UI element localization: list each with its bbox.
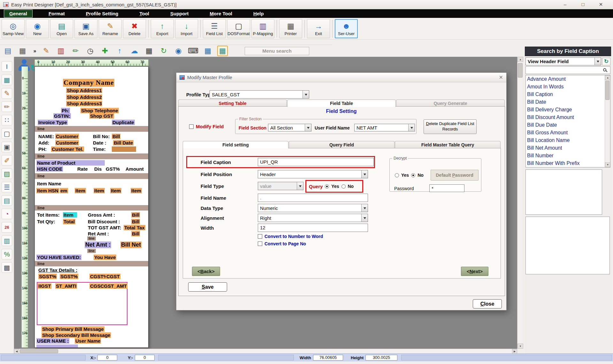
design-element[interactable]: Customer [55, 140, 79, 145]
dots-tool-icon[interactable]: ∷ [2, 115, 12, 125]
user-field-name-select[interactable]: NET AMT [354, 124, 415, 131]
design-element[interactable]: Bill [131, 212, 140, 218]
width-input[interactable]: 12 [258, 224, 368, 232]
next-button[interactable]: <Next> [461, 267, 488, 276]
scroll-down-icon[interactable]: ▼ [517, 344, 523, 349]
design-element[interactable]: line [87, 236, 96, 241]
design-element[interactable]: Date : [92, 140, 107, 145]
scroll-down-icon[interactable]: ▼ [605, 162, 610, 167]
alignment-select[interactable]: Right [258, 214, 368, 222]
open-button[interactable]: ▤Open [50, 19, 73, 38]
edit-page-icon[interactable]: ✐ [2, 155, 12, 166]
close-window-button[interactable]: ✕ [592, 2, 610, 7]
decrypt-yes-radio[interactable] [395, 173, 399, 177]
field-caption-item[interactable]: Bill Discount Amount [526, 114, 605, 121]
design-element[interactable]: Shop Primary Bill Message [42, 326, 104, 332]
design-element[interactable]: User Name [75, 338, 101, 344]
field-caption-item[interactable]: Bill Delivery Charge [526, 106, 605, 114]
percent-icon[interactable]: % [2, 249, 12, 259]
field-caption-item[interactable]: Amout In Words [526, 83, 605, 91]
menu-more-tool[interactable]: More Tool [204, 10, 237, 17]
scroll-right-icon[interactable]: ▶ [512, 349, 517, 354]
fax-icon[interactable]: ▦ [144, 46, 154, 56]
field-caption-item[interactable]: Bill Date [526, 98, 605, 106]
back-button[interactable]: <Back> [192, 267, 220, 276]
scroll-up-icon[interactable]: ▲ [605, 75, 610, 80]
design-element[interactable]: Net Amt : [85, 241, 111, 248]
field-caption-item[interactable]: Advance Amount [526, 75, 605, 83]
samp-view-button[interactable]: ◎Samp-View [2, 19, 25, 38]
list-scrollbar[interactable]: ▲ ▼ [605, 75, 610, 167]
design-element[interactable] [112, 146, 136, 152]
chart-icon[interactable]: ◔ [2, 209, 12, 219]
design-element[interactable]: Gross Amt : [87, 212, 116, 218]
export-button[interactable]: ↑Export [151, 19, 174, 38]
chevron-down-icon[interactable] [361, 214, 368, 222]
menu-tool[interactable]: Tool [134, 10, 154, 17]
globe-icon[interactable]: ◉ [173, 46, 184, 56]
design-element[interactable]: Item [131, 188, 142, 193]
list-scroll-thumb[interactable] [605, 81, 609, 100]
design-element[interactable]: Shop Address3 [66, 101, 102, 106]
field-list-button[interactable]: ☰Field List [203, 19, 226, 38]
copy-page-icon[interactable]: ▣ [2, 142, 12, 152]
design-element[interactable]: Shop Secondary Bill Message [42, 332, 111, 338]
print-save-icon[interactable]: ▩ [2, 262, 12, 273]
delete-profile-button[interactable]: ✖Delete [123, 19, 146, 38]
hscroll-thumb[interactable] [20, 349, 58, 353]
field-caption-item[interactable]: Bill Gross Amount [526, 129, 605, 137]
design-element[interactable]: Bill Discount : [87, 219, 121, 224]
import-button[interactable]: ↓Import [175, 19, 198, 38]
vscroll-thumb[interactable] [518, 63, 523, 78]
chevron-down-icon[interactable] [305, 124, 311, 131]
design-element[interactable]: ST_AMTI [55, 283, 77, 289]
field-section-select[interactable]: All Section [268, 124, 311, 131]
query-yes-radio[interactable] [325, 184, 329, 189]
table-icon[interactable]: ▤ [2, 195, 12, 206]
design-element[interactable]: GST Tax Details : [38, 267, 78, 273]
print-preview-icon[interactable]: ▤ [3, 46, 13, 56]
design-element[interactable]: CGSCGST_AMT [89, 283, 127, 289]
menu-general[interactable]: General [4, 10, 33, 18]
cloud-icon[interactable]: ☁ [129, 46, 140, 56]
design-element[interactable]: Shop Telephone [80, 108, 119, 113]
schedule-icon[interactable]: ◷ [85, 46, 96, 56]
field-caption-input[interactable]: UPI_QR [258, 158, 374, 166]
tab-query-field[interactable]: Query Field [289, 141, 395, 148]
tab-field-setting[interactable]: Field setting [183, 141, 288, 148]
design-element[interactable]: Shop GST [89, 113, 114, 119]
chevron-down-icon[interactable] [361, 170, 368, 178]
page-tool-icon[interactable]: ▢ [2, 128, 12, 139]
field-caption-item[interactable]: Bill Caption [526, 91, 605, 98]
tab-setting-table[interactable]: Setting Table [178, 100, 287, 107]
chevron-down-icon[interactable] [303, 91, 309, 98]
printer-settings-icon[interactable]: ▦ [203, 46, 213, 56]
design-element[interactable]: You Have [94, 255, 116, 260]
menu-help[interactable]: Help [248, 10, 269, 17]
design-element[interactable]: Customer [55, 134, 79, 139]
save-as-button[interactable]: ▣Save As [74, 19, 97, 38]
menu-support[interactable]: Support [165, 10, 194, 17]
scroll-up-icon[interactable]: ▲ [517, 57, 523, 62]
design-element[interactable]: Ph: [61, 108, 70, 113]
query-no-radio[interactable] [341, 184, 346, 189]
modify-field-checkbox[interactable] [189, 124, 194, 129]
design-element[interactable]: CGST [106, 274, 120, 279]
design-element[interactable]: Item [110, 188, 121, 193]
menu-profile-setting[interactable]: Profile Setting [81, 10, 124, 17]
design-element[interactable]: Shop Address2 [66, 94, 102, 100]
new-button[interactable]: ◉New [26, 19, 49, 38]
convert-number-checkbox[interactable] [258, 234, 262, 239]
field-caption-item[interactable]: Bill Net Amount [526, 144, 605, 152]
design-element[interactable]: PH: [38, 146, 47, 152]
numbered-list-icon[interactable]: ☰ [2, 182, 12, 192]
design-element[interactable]: Add: [38, 140, 50, 145]
design-element[interactable]: Duplicate [112, 120, 135, 125]
password-input[interactable]: * [429, 184, 464, 192]
default-password-button[interactable]: Default Password [431, 170, 479, 181]
field-position-select[interactable]: Header [258, 170, 368, 178]
report-icon[interactable]: ▥ [56, 46, 66, 56]
design-element[interactable]: Ret Amt : [87, 231, 110, 236]
design-element[interactable]: SGST% [38, 274, 57, 279]
minimize-button[interactable]: – [556, 2, 574, 7]
